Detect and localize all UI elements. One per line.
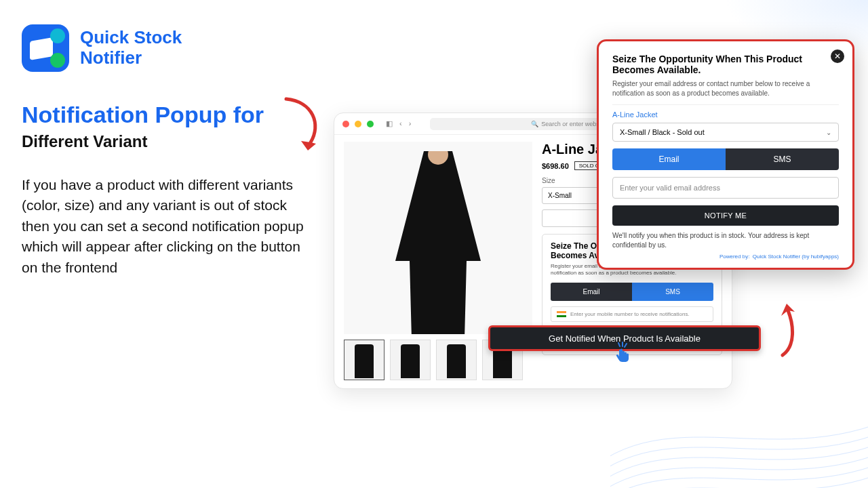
popup-title: Seize The Opportunity When This Product … [612, 54, 839, 75]
headline: Notification Popup for Different Variant [22, 102, 264, 151]
traffic-min-icon[interactable] [355, 121, 361, 127]
phone-input[interactable]: Enter your mobile number to receive noti… [551, 306, 713, 322]
search-icon: 🔍 [531, 121, 538, 127]
popup-powered-link[interactable]: Quick Stock Notifier (by hubifyapps) [753, 253, 839, 260]
traffic-max-icon[interactable] [367, 121, 374, 127]
product-thumb[interactable] [436, 340, 477, 380]
tab-sms[interactable]: SMS [632, 283, 713, 301]
arrow-down-icon [281, 95, 330, 153]
email-input[interactable]: Enter your valid email address [612, 177, 839, 199]
chevron-down-icon: ⌄ [826, 129, 831, 136]
product-thumb[interactable] [344, 340, 384, 380]
brand-header: Quick Stock Notifier [22, 24, 182, 72]
arrow-up-icon [774, 298, 802, 359]
popup-tab-email[interactable]: Email [612, 148, 726, 170]
sidebar-toggle-icon[interactable]: ◧ [386, 119, 393, 128]
flag-india-icon [557, 311, 566, 317]
popup-tab-sms[interactable]: SMS [726, 148, 839, 170]
nav-forward-icon[interactable]: › [409, 119, 412, 128]
variant-select[interactable]: X-Small / Black - Sold out ⌄ [612, 123, 839, 142]
product-price: $698.60 [542, 162, 569, 170]
notify-me-button[interactable]: NOTIFY ME [612, 205, 839, 226]
popup-desc: Register your email address or contact n… [612, 79, 839, 98]
brand-name: Quick Stock Notifier [80, 28, 182, 68]
traffic-close-icon[interactable] [342, 121, 349, 127]
popup-fine-text: We'll notify you when this product is in… [612, 231, 839, 249]
phone-placeholder: Enter your mobile number to receive noti… [570, 311, 690, 317]
app-logo-icon [22, 24, 69, 72]
nav-back-icon[interactable]: ‹ [399, 119, 402, 128]
tab-email[interactable]: Email [551, 283, 632, 301]
cursor-click-icon [613, 342, 631, 362]
headline-title: Notification Popup for [22, 102, 264, 128]
headline-sub: Different Variant [22, 132, 264, 151]
description-text: If you have a product with different var… [22, 175, 307, 278]
popup-powered-by: Powered by: Quick Stock Notifier (by hub… [612, 253, 839, 260]
product-main-image[interactable] [344, 142, 532, 334]
notify-popup: ✕ Seize The Opportunity When This Produc… [597, 39, 854, 270]
size-select[interactable]: X-Small [542, 187, 603, 204]
product-thumb[interactable] [390, 340, 431, 380]
close-button[interactable]: ✕ [831, 49, 844, 63]
popup-product-name: A-Line Jacket [612, 110, 839, 119]
